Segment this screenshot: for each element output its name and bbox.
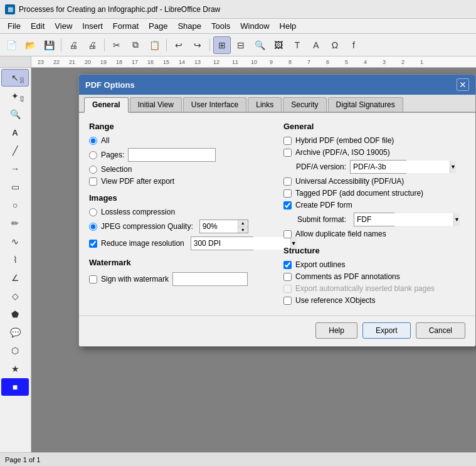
angle-tool[interactable]: ∠ [1,269,29,287]
fill-tool[interactable]: ⬟ [1,305,29,323]
reduce-dpi-input[interactable] [191,237,290,250]
hybrid-checkbox[interactable] [283,137,292,145]
connector-tool[interactable]: ⌇ [1,251,29,268]
menu-insert[interactable]: Insert [77,20,108,32]
help-button[interactable]: Help [315,322,357,339]
tagged-checkbox[interactable] [283,189,292,198]
submit-format-arrow[interactable]: ▼ [453,213,460,226]
menu-page[interactable]: Page [144,20,172,32]
range-all-label[interactable]: All [101,136,109,145]
menu-edit[interactable]: Edit [26,20,50,32]
curve-tool[interactable]: ∿ [1,233,29,250]
open-btn[interactable]: 📂 [21,36,39,54]
pdfa-version-arrow[interactable]: ▼ [450,161,456,173]
jpeg-quality-input[interactable] [200,220,238,233]
use-reference-checkbox[interactable] [283,297,292,305]
range-pages-radio[interactable] [89,151,97,159]
range-pages-input[interactable] [128,148,216,162]
comments-checkbox[interactable] [283,273,292,281]
range-selection-radio[interactable] [89,166,97,174]
create-form-label[interactable]: Create PDF form [295,201,352,209]
line-tool[interactable]: ╱ [1,142,29,159]
menu-help[interactable]: Help [275,20,302,32]
formula-btn[interactable]: f [345,36,362,54]
allow-duplicate-label[interactable]: Allow duplicate field names [295,230,386,238]
universal-checkbox[interactable] [283,177,292,186]
submit-format-input[interactable] [354,213,453,226]
star-tool[interactable]: ★ [1,360,29,378]
grid-btn[interactable]: ⊞ [213,36,231,54]
menu-shape[interactable]: Shape [172,20,206,32]
menu-file[interactable]: File [3,20,26,32]
spin-up-button[interactable]: ▲ [238,220,248,227]
tagged-label[interactable]: Tagged PDF (add document structure) [295,189,423,198]
range-pages-label[interactable]: Pages: [101,151,124,159]
universal-label[interactable]: Universal Accessibility (PDF/UA) [295,177,404,186]
new-btn[interactable]: 📄 [3,36,20,54]
paste-btn[interactable]: 📋 [145,36,163,54]
cancel-button[interactable]: Cancel [416,322,465,339]
comments-label[interactable]: Comments as PDF annotations [295,272,400,281]
fontwork-btn[interactable]: A [307,36,325,54]
lossless-radio[interactable] [89,208,97,216]
tab-digital-signatures[interactable]: Digital Signatures [328,97,403,112]
ellipse-tool[interactable]: ○ [1,196,29,214]
undo-btn[interactable]: ↩ [170,36,188,54]
redo-btn[interactable]: ↪ [189,36,206,54]
menu-tools[interactable]: Tools [206,20,235,32]
arrow-tool[interactable]: → [1,160,29,177]
spin-down-button[interactable]: ▼ [238,227,248,233]
sign-watermark-label[interactable]: Sign with watermark [101,275,169,283]
pdfa-version-input[interactable] [351,161,450,173]
view-pdf-label[interactable]: View PDF after export [101,177,174,186]
cut-btn[interactable]: ✂ [108,36,125,54]
archive-label[interactable]: Archive (PDF/A, ISO 19005) [295,148,390,157]
tab-security[interactable]: Security [283,97,326,112]
jpeg-radio[interactable] [89,223,97,231]
menu-window[interactable]: Window [235,20,274,32]
print-btn[interactable]: 🖨 [83,36,101,54]
rect-tool[interactable]: ▭ [1,178,29,196]
color-fill-btn[interactable]: ■ [1,378,29,396]
image-btn[interactable]: 🖼 [270,36,287,54]
watermark-text-input[interactable] [172,272,248,286]
select-tool[interactable]: ↖ [1,69,29,87]
shapes-tool[interactable]: ◇ [1,287,29,305]
point-tool[interactable]: ✦ [1,87,29,105]
zoom-btn[interactable]: 🔍 [251,36,268,54]
jpeg-label[interactable]: JPEG compression Quality: [101,222,193,231]
tab-links[interactable]: Links [248,97,282,112]
menu-view[interactable]: View [50,20,77,32]
export-outlines-checkbox[interactable] [283,261,292,269]
hybrid-label[interactable]: Hybrid PDF (embed ODF file) [295,136,394,145]
reduce-label[interactable]: Reduce image resolution [101,239,184,248]
freeform-tool[interactable]: ✏ [1,214,29,232]
zoom-tool[interactable]: 🔍 [1,105,29,123]
menu-format[interactable]: Format [108,20,144,32]
flowchart-tool[interactable]: ⬡ [1,342,29,359]
range-all-radio[interactable] [89,137,97,145]
text-btn[interactable]: T [288,36,306,54]
create-form-checkbox[interactable] [283,201,292,209]
text-tool[interactable]: A [1,124,29,141]
copy-btn[interactable]: ⧉ [127,36,144,54]
archive-checkbox[interactable] [283,149,292,157]
export-button[interactable]: Export [362,322,411,339]
sign-watermark-checkbox[interactable] [89,275,97,283]
view-pdf-checkbox[interactable] [89,177,97,186]
save-btn[interactable]: 💾 [40,36,58,54]
print-preview-btn[interactable]: 🖨 [65,36,82,54]
tab-user-interface[interactable]: User Interface [183,97,246,112]
use-reference-label[interactable]: Use reference XObjects [295,296,375,305]
export-outlines-label[interactable]: Export outlines [295,260,345,269]
lossless-label[interactable]: Lossless compression [101,208,175,216]
tab-general[interactable]: General [84,97,129,113]
reduce-checkbox[interactable] [89,240,97,248]
snap-btn[interactable]: ⊟ [232,36,250,54]
special-char-btn[interactable]: Ω [326,36,344,54]
callout-tool[interactable]: 💬 [1,324,29,341]
allow-duplicate-checkbox[interactable] [283,230,292,238]
dialog-close-button[interactable]: ✕ [457,78,469,91]
range-selection-label[interactable]: Selection [101,165,132,174]
tab-initial-view[interactable]: Initial View [130,97,182,112]
